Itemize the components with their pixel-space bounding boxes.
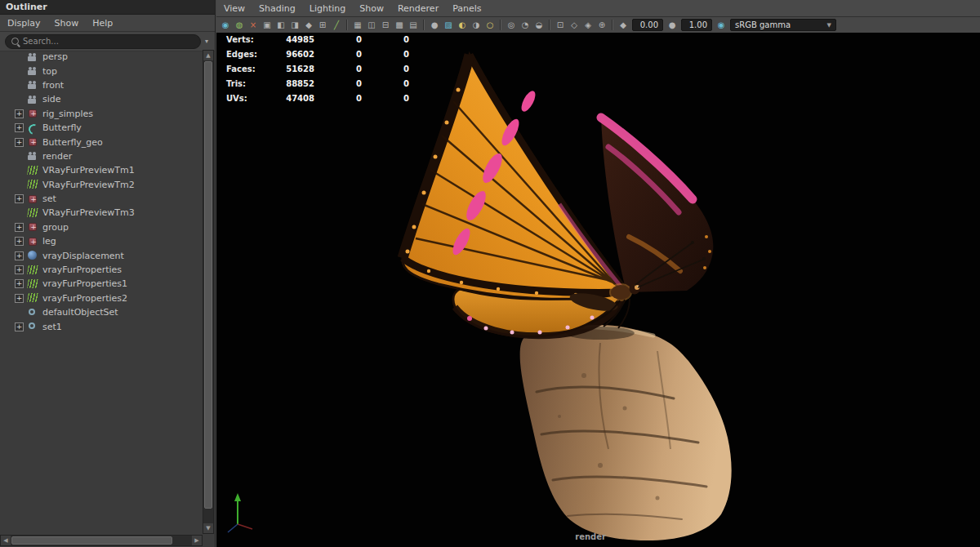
toolbar-separator: [346, 20, 348, 30]
expand-icon[interactable]: +: [15, 294, 24, 303]
scroll-left-arrow-icon[interactable]: ◀: [1, 536, 11, 545]
expand-icon[interactable]: +: [15, 194, 24, 203]
expand-icon[interactable]: +: [15, 109, 24, 118]
outliner-item-vrayfurproperties[interactable]: +vrayFurProperties: [0, 263, 201, 277]
gamma-field[interactable]: 1.00: [681, 19, 712, 31]
outliner-item-vrayfurproperties2[interactable]: +vrayFurProperties2: [0, 291, 201, 305]
outliner-menu-show[interactable]: Show: [55, 18, 79, 29]
outliner-item-label: defaultObjectSet: [42, 307, 118, 318]
search-box[interactable]: [5, 34, 201, 49]
lock-camera-icon[interactable]: ◧: [274, 19, 287, 31]
smooth-shade-icon[interactable]: ◍: [233, 19, 246, 31]
scroll-right-arrow-icon[interactable]: ▶: [192, 536, 202, 545]
grease-pencil-icon[interactable]: ╱: [330, 19, 343, 31]
expand-icon[interactable]: +: [15, 322, 24, 331]
outliner-item-render[interactable]: render: [0, 149, 201, 163]
ssao-icon[interactable]: ◎: [505, 19, 518, 31]
horizontal-scroll-thumb[interactable]: [11, 536, 172, 545]
scroll-down-arrow-icon[interactable]: ▼: [203, 523, 213, 533]
exposure-field[interactable]: 0.00: [632, 19, 663, 31]
viewport-menu-shading[interactable]: Shading: [259, 3, 296, 14]
viewport-menu-lighting[interactable]: Lighting: [310, 3, 345, 14]
outliner-item-vrayfurproperties1[interactable]: +vrayFurProperties1: [0, 277, 201, 291]
expand-icon[interactable]: +: [15, 138, 24, 147]
scene-canvas[interactable]: Verts:4498500Edges:9660200Faces:5162800T…: [216, 33, 980, 547]
outliner-item-persp[interactable]: persp: [0, 50, 201, 64]
multisample-icon[interactable]: ◒: [532, 19, 546, 31]
outliner-item-vrayfurpreviewtm1[interactable]: VRayFurPreviewTm1: [0, 163, 201, 177]
outliner-item-top[interactable]: top: [0, 64, 201, 78]
renderer-sphere-icon[interactable]: ◉: [219, 19, 232, 31]
expand-icon[interactable]: +: [15, 237, 24, 246]
horizontal-scrollbar[interactable]: ◀ ▶: [0, 535, 203, 546]
outliner-menubar: DisplayShowHelp: [0, 15, 215, 32]
viewport-menu-view[interactable]: View: [224, 3, 245, 14]
outliner-item-butterfly_geo[interactable]: +Butterfly_geo: [0, 135, 201, 149]
search-options-caret-icon[interactable]: ▾: [205, 38, 210, 45]
fur-icon: [27, 292, 38, 304]
outliner-item-set[interactable]: +set: [0, 192, 201, 206]
outliner-item-vraydisplacement[interactable]: +vrayDisplacement: [0, 248, 201, 262]
outliner-item-defaultobjectset[interactable]: defaultObjectSet: [0, 305, 201, 319]
outliner-item-side[interactable]: side: [0, 92, 201, 106]
xray-icon[interactable]: ◇: [568, 19, 581, 31]
motion-blur-icon[interactable]: ◔: [519, 19, 532, 31]
pan-zoom-icon[interactable]: ⊞: [316, 19, 329, 31]
objectset-icon: [27, 307, 38, 318]
image-plane-icon[interactable]: ◨: [288, 19, 301, 31]
gate-mask-icon[interactable]: ▩: [393, 19, 406, 31]
expand-icon[interactable]: +: [15, 251, 24, 260]
bookmark-icon[interactable]: ◆: [302, 19, 315, 31]
viewport-menu-show[interactable]: Show: [359, 3, 384, 14]
gamma-icon[interactable]: ●: [666, 19, 679, 31]
expand-icon[interactable]: +: [15, 123, 24, 132]
field-chart-icon[interactable]: ▤: [407, 19, 420, 31]
search-input[interactable]: [23, 37, 194, 46]
displacement-icon: [27, 250, 38, 261]
default-material-icon[interactable]: ●: [428, 19, 441, 31]
view-transform-select[interactable]: sRGB gamma▼: [730, 19, 836, 31]
camera-icon: [27, 94, 38, 105]
resolution-gate-icon[interactable]: ⊟: [379, 19, 392, 31]
hud-stat-value: 0: [362, 94, 409, 109]
outliner-item-leg[interactable]: +leg: [0, 234, 201, 248]
xray-joints-icon[interactable]: ◈: [581, 19, 595, 31]
isolate-select-icon[interactable]: ⊡: [554, 19, 567, 31]
maya-window: Outliner DisplayShowHelp ▾ persptopfront…: [0, 0, 980, 547]
vertical-scroll-thumb[interactable]: [204, 61, 212, 509]
outliner-item-label: rig_simples: [42, 109, 93, 119]
scroll-up-arrow-icon[interactable]: ▲: [203, 51, 213, 60]
fur-icon: [27, 165, 38, 176]
expand-icon[interactable]: +: [15, 265, 24, 274]
outliner-item-label: side: [42, 94, 61, 105]
hud-stat-value: 0: [314, 35, 362, 50]
use-all-lights-icon[interactable]: ◐: [456, 19, 469, 31]
viewport-menu-renderer[interactable]: Renderer: [398, 3, 439, 14]
textured-icon[interactable]: ▨: [442, 19, 455, 31]
vertical-scrollbar[interactable]: ▲ ▼: [203, 50, 214, 534]
shadows-icon[interactable]: ◑: [470, 19, 483, 31]
outliner-item-set1[interactable]: +set1: [0, 319, 201, 333]
outliner-item-front[interactable]: front: [0, 78, 201, 92]
outliner-item-group[interactable]: +group: [0, 220, 201, 234]
hud-stat-label: Tris:: [226, 79, 264, 94]
outliner-menu-help[interactable]: Help: [92, 18, 113, 29]
exposure-icon[interactable]: ◆: [617, 19, 630, 31]
no-texture-icon[interactable]: ×: [247, 19, 260, 31]
viewport-menu-panels[interactable]: Panels: [452, 3, 481, 14]
outliner-item-butterfly[interactable]: +Butterfly: [0, 121, 201, 135]
outliner-item-rig_simples[interactable]: +rig_simples: [0, 107, 201, 121]
outliner-item-label: vrayFurProperties: [42, 265, 122, 275]
outliner-item-vrayfurpreviewtm2[interactable]: VRayFurPreviewTm2: [0, 178, 201, 192]
expand-icon[interactable]: +: [15, 279, 24, 288]
wireframe-on-shaded-icon[interactable]: ⊕: [595, 19, 608, 31]
outliner-item-vrayfurpreviewtm3[interactable]: VRayFurPreviewTm3: [0, 206, 201, 220]
grid-icon[interactable]: ▦: [351, 19, 364, 31]
select-camera-icon[interactable]: ▣: [261, 19, 274, 31]
film-gate-icon[interactable]: ◫: [365, 19, 378, 31]
view-transform-icon[interactable]: ◉: [715, 19, 728, 31]
outliner-menu-display[interactable]: Display: [7, 18, 41, 29]
expand-icon[interactable]: +: [15, 223, 24, 232]
light-bulb-icon[interactable]: ○: [483, 19, 497, 31]
toolbar-separator: [612, 20, 613, 30]
